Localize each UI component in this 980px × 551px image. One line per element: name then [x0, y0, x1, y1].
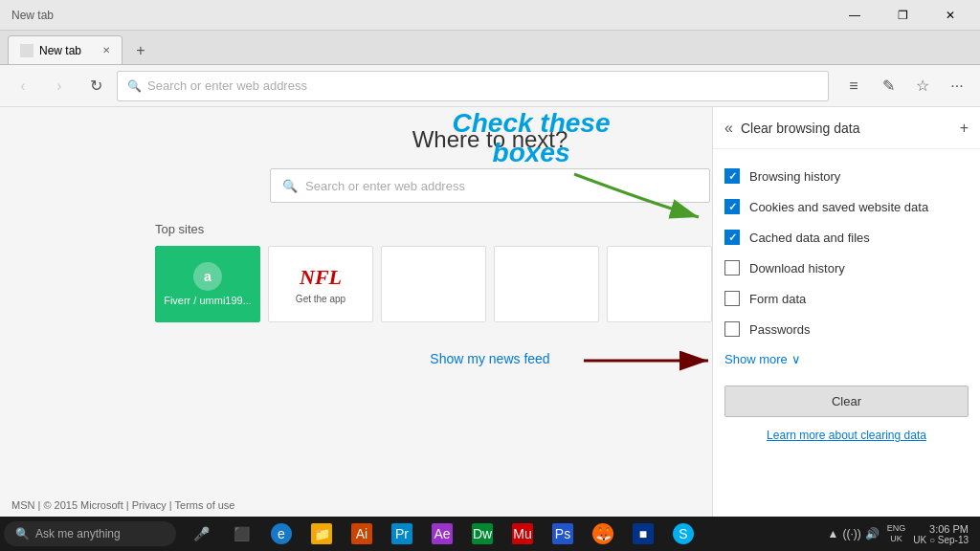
taskbar-search-label: Ask me anything	[35, 527, 121, 540]
checkbox-cached[interactable]: ✓ Cached data and files	[724, 222, 969, 253]
show-more-button[interactable]: Show more ∨	[724, 344, 969, 374]
taskbar-app6-button[interactable]: Ps	[544, 517, 582, 551]
new-tab-button[interactable]: +	[126, 37, 155, 64]
app5-icon: Mu	[512, 523, 533, 544]
taskbar-right: ▲ ((·)) 🔊 ENG UK 3:06 PM UK ○ Sep-13	[828, 523, 976, 545]
hub-button[interactable]: ≡	[838, 71, 869, 101]
checkbox-cached-label: Cached data and files	[749, 231, 870, 245]
task-view-icon: ⬛	[231, 523, 252, 544]
app7-icon: ■	[633, 523, 654, 544]
clear-button[interactable]: Clear	[724, 386, 969, 417]
mic-icon: 🎤	[190, 523, 212, 544]
tab-favicon	[20, 44, 33, 57]
panel-back-button[interactable]: «	[724, 120, 733, 137]
more-button[interactable]: ···	[942, 71, 972, 101]
taskbar-edge-button[interactable]: e	[262, 517, 301, 551]
favorites-button[interactable]: ☆	[907, 71, 938, 101]
nav-bar: ‹ › ↻ 🔍 Search or enter web address ≡ ✎ …	[0, 65, 980, 107]
back-button[interactable]: ‹	[8, 71, 38, 101]
search-bar[interactable]: 🔍 Search or enter web address	[270, 168, 710, 203]
checkbox-download-history-box[interactable]	[724, 260, 740, 276]
tray-icons: ▲ ((·)) 🔊	[828, 527, 880, 540]
site-tile-fiverr[interactable]: a Fiverr / ummi199...	[155, 246, 260, 322]
taskbar-app3-button[interactable]: Ae	[423, 517, 461, 551]
volume-icon: 🔊	[865, 527, 880, 540]
app2-icon: Pr	[391, 523, 412, 544]
taskbar-apps: 🎤 ⬛ e 📁 Ai Pr Ae Dw Mu Ps 🦊	[182, 517, 702, 551]
checkbox-browsing-history[interactable]: ✓ Browsing history	[724, 161, 969, 191]
check-icon-2: ✓	[728, 201, 737, 213]
taskbar-app5-button[interactable]: Mu	[503, 517, 542, 551]
app3-icon: Ae	[432, 523, 453, 544]
tab-title: New tab	[11, 9, 54, 22]
browser-content: Where to next? 🔍 Search or enter web add…	[0, 107, 980, 517]
app6-icon: Ps	[552, 523, 573, 544]
taskbar-files-button[interactable]: 📁	[302, 517, 341, 551]
taskbar-app1-button[interactable]: Ai	[343, 517, 381, 551]
annotation-text: Check these boxes	[435, 109, 627, 168]
search-placeholder: Search or enter web address	[305, 179, 465, 193]
checkbox-cookies[interactable]: ✓ Cookies and saved website data	[724, 191, 969, 222]
checkbox-download-history-label: Download history	[749, 261, 845, 276]
learn-more-link[interactable]: Learn more about clearing data	[724, 429, 969, 442]
taskbar-app4-button[interactable]: Dw	[463, 517, 501, 551]
checkbox-cookies-box[interactable]: ✓	[724, 199, 740, 214]
checkbox-form-data[interactable]: Form data	[724, 283, 969, 314]
taskbar: 🔍 Ask me anything 🎤 ⬛ e 📁 Ai Pr Ae Dw Mu	[0, 517, 980, 551]
tab-close-icon[interactable]: ✕	[102, 45, 110, 55]
tray-icon-1: ▲	[828, 527, 839, 540]
close-button[interactable]: ✕	[928, 0, 972, 31]
taskbar-app7-button[interactable]: ■	[624, 517, 662, 551]
network-icon: ((·))	[842, 527, 860, 540]
minimize-button[interactable]: —	[833, 0, 877, 31]
active-tab[interactable]: New tab ✕	[8, 35, 122, 64]
checkbox-form-data-box[interactable]	[724, 291, 740, 306]
panel-title: Clear browsing data	[741, 121, 952, 136]
lang-label: ENG UK	[887, 523, 906, 544]
footer: MSN | © 2015 Microsoft | Privacy | Terms…	[0, 494, 247, 517]
checkbox-cached-box[interactable]: ✓	[724, 230, 740, 245]
taskbar-app2-button[interactable]: Pr	[383, 517, 421, 551]
nav-icons: ≡ ✎ ☆ ···	[838, 71, 972, 101]
restore-button[interactable]: ❐	[880, 0, 924, 31]
address-placeholder: Search or enter web address	[147, 78, 307, 93]
checkbox-passwords[interactable]: Passwords	[724, 314, 969, 344]
app1-icon: Ai	[351, 523, 372, 544]
annotation-line2: boxes	[493, 138, 570, 167]
window-controls: — ❐ ✕	[833, 0, 972, 31]
checkbox-browsing-history-box[interactable]: ✓	[724, 168, 740, 184]
check-icon: ✓	[728, 170, 737, 183]
skype-icon: S	[673, 523, 694, 544]
app4-icon: Dw	[472, 523, 493, 544]
clear-panel: « Clear browsing data + ✓ Browsing histo…	[712, 107, 980, 517]
tab-label: New tab	[39, 44, 81, 57]
fiverr-label: Fiverr / ummi199...	[164, 295, 252, 306]
show-more-chevron: ∨	[791, 352, 801, 366]
panel-pin-button[interactable]: +	[960, 120, 969, 137]
note-button[interactable]: ✎	[873, 71, 903, 101]
address-bar[interactable]: 🔍 Search or enter web address	[117, 71, 829, 101]
site-tile-nfl[interactable]: NFL Get the app	[268, 246, 373, 322]
clock: 3:06 PM UK ○ Sep-13	[913, 523, 969, 545]
site-tile-empty-1[interactable]	[381, 246, 486, 322]
checkbox-download-history[interactable]: Download history	[724, 253, 969, 283]
edge-icon: e	[271, 523, 292, 544]
nfl-logo: NFL	[300, 265, 342, 290]
site-tile-empty-3[interactable]	[607, 246, 712, 322]
taskbar-search[interactable]: 🔍 Ask me anything	[4, 521, 176, 546]
taskbar-mic-button[interactable]: 🎤	[182, 517, 220, 551]
time: 3:06 PM	[913, 523, 969, 535]
taskbar-firefox-button[interactable]: 🦊	[584, 517, 622, 551]
checkbox-cookies-label: Cookies and saved website data	[749, 200, 928, 214]
forward-button[interactable]: ›	[44, 71, 75, 101]
site-tile-empty-2[interactable]	[494, 246, 599, 322]
news-feed-link[interactable]: Show my news feed	[430, 351, 549, 366]
checkbox-passwords-box[interactable]	[724, 321, 740, 337]
refresh-button[interactable]: ↻	[80, 71, 111, 101]
taskbar-task-view-button[interactable]: ⬛	[222, 517, 260, 551]
nfl-sub: Get the app	[296, 294, 345, 304]
taskbar-skype-button[interactable]: S	[664, 517, 702, 551]
footer-text: MSN | © 2015 Microsoft | Privacy | Terms…	[11, 499, 235, 511]
date: UK ○ Sep-13	[913, 535, 969, 545]
check-icon-3: ✓	[728, 231, 737, 244]
